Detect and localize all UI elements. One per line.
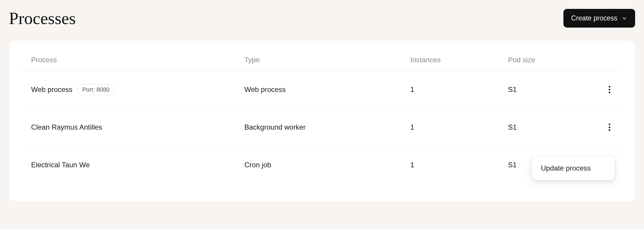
kebab-icon <box>608 86 611 93</box>
port-badge: Port: 8080 <box>77 84 115 95</box>
svg-point-1 <box>609 89 611 90</box>
process-instances: 1 <box>410 123 508 131</box>
process-instances: 1 <box>410 85 508 94</box>
process-type: Background worker <box>244 123 410 131</box>
svg-point-5 <box>609 129 611 131</box>
process-pod-size: S1 <box>508 85 598 94</box>
col-header-process: Process <box>31 56 244 64</box>
update-process-menu-item[interactable]: Update process <box>532 159 614 177</box>
process-name: Electrical Taun We <box>31 161 90 169</box>
chevron-down-icon <box>621 15 627 21</box>
processes-card: Process Type Instances Pod size Web proc… <box>9 40 635 202</box>
process-name: Web process <box>31 85 73 94</box>
row-actions-menu: Update process <box>532 156 615 180</box>
svg-point-0 <box>609 86 611 88</box>
process-type: Web process <box>244 85 410 94</box>
kebab-icon <box>608 123 611 131</box>
svg-point-2 <box>609 92 611 93</box>
col-header-type: Type <box>244 56 410 64</box>
svg-point-4 <box>609 126 611 128</box>
table-header: Process Type Instances Pod size <box>22 49 622 71</box>
page-title: Processes <box>9 8 76 28</box>
process-type: Cron job <box>244 161 410 169</box>
row-actions-button[interactable] <box>606 83 613 96</box>
row-actions-button[interactable] <box>606 121 613 133</box>
table-row: Clean Raymus Antilles Background worker … <box>22 109 622 146</box>
process-name: Clean Raymus Antilles <box>31 123 102 131</box>
create-process-button[interactable]: Create process <box>563 9 635 28</box>
col-header-pod-size: Pod size <box>508 56 598 64</box>
col-header-instances: Instances <box>410 56 508 64</box>
svg-point-3 <box>609 123 611 125</box>
process-pod-size: S1 <box>508 123 598 131</box>
table-row: Web process Port: 8080 Web process 1 S1 <box>22 71 622 109</box>
create-process-label: Create process <box>571 14 617 22</box>
process-instances: 1 <box>410 161 508 169</box>
col-header-actions <box>598 56 613 64</box>
